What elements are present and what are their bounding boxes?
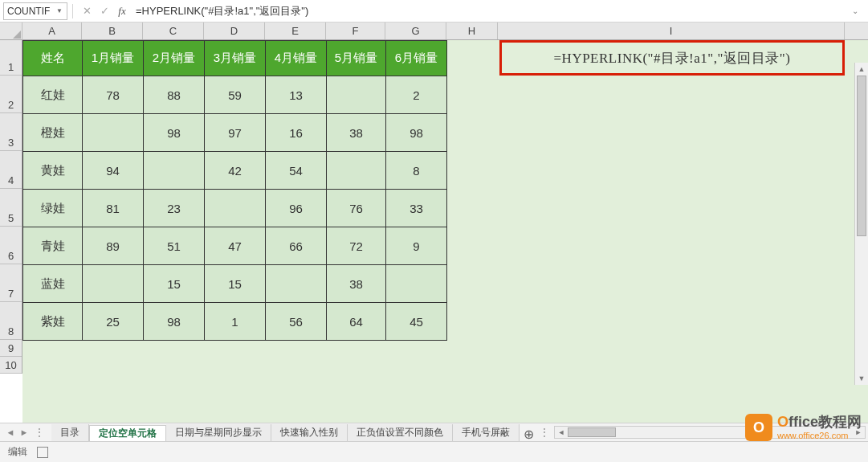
select-all-corner[interactable] bbox=[0, 22, 22, 40]
cell[interactable]: 94 bbox=[83, 152, 144, 190]
add-sheet-button[interactable]: ⊕ bbox=[520, 427, 537, 442]
col-header-d[interactable]: D bbox=[204, 22, 265, 39]
cell[interactable]: 45 bbox=[386, 303, 447, 341]
cell[interactable]: 54 bbox=[266, 152, 327, 190]
cell[interactable]: 47 bbox=[205, 227, 266, 265]
cancel-button[interactable]: ✕ bbox=[78, 2, 96, 20]
cell[interactable]: 98 bbox=[386, 114, 447, 152]
cell[interactable]: 78 bbox=[83, 76, 144, 114]
row-header-4[interactable]: 4 bbox=[0, 151, 22, 189]
cell[interactable]: 青娃 bbox=[23, 227, 83, 265]
col-header-e[interactable]: E bbox=[265, 22, 326, 39]
col-header-i[interactable]: I bbox=[498, 22, 845, 39]
cell[interactable]: 25 bbox=[83, 303, 144, 341]
sheet-tab[interactable]: 手机号屏蔽 bbox=[453, 424, 520, 442]
th-m3[interactable]: 3月销量 bbox=[205, 41, 266, 76]
cell[interactable]: 96 bbox=[266, 190, 327, 227]
name-box[interactable]: COUNTIF ▼ bbox=[3, 2, 67, 20]
cell[interactable] bbox=[327, 76, 386, 114]
cell[interactable]: 88 bbox=[144, 76, 205, 114]
cell[interactable]: 66 bbox=[266, 227, 327, 265]
cell[interactable]: 72 bbox=[327, 227, 386, 265]
row-header-2[interactable]: 2 bbox=[0, 76, 22, 113]
th-m2[interactable]: 2月销量 bbox=[144, 41, 205, 76]
cell[interactable]: 绿娃 bbox=[23, 190, 83, 227]
cell[interactable]: 8 bbox=[386, 152, 447, 190]
row-header-7[interactable]: 7 bbox=[0, 264, 22, 302]
th-m1[interactable]: 1月销量 bbox=[83, 41, 144, 76]
cell[interactable] bbox=[327, 152, 386, 190]
row-header-6[interactable]: 6 bbox=[0, 227, 22, 264]
sheet-tab[interactable]: 日期与星期同步显示 bbox=[166, 424, 271, 442]
col-header-g[interactable]: G bbox=[385, 22, 446, 39]
cell[interactable]: 15 bbox=[205, 265, 266, 303]
chevron-down-icon[interactable]: ▼ bbox=[55, 7, 63, 14]
scroll-down-icon[interactable]: ▼ bbox=[855, 372, 868, 385]
formula-input[interactable]: =HYPERLINK("#目录!a1","返回目录") bbox=[131, 2, 852, 20]
row-header-1[interactable]: 1 bbox=[0, 40, 22, 76]
cell[interactable]: 15 bbox=[144, 265, 205, 303]
sheet-tab[interactable]: 正负值设置不同颜色 bbox=[348, 424, 453, 442]
cell[interactable]: 紫娃 bbox=[23, 303, 83, 341]
tab-menu-icon[interactable]: ⋮ bbox=[32, 427, 47, 438]
cell[interactable] bbox=[83, 265, 144, 303]
cell[interactable]: 9 bbox=[386, 227, 447, 265]
cell[interactable]: 蓝娃 bbox=[23, 265, 83, 303]
cell[interactable] bbox=[386, 265, 447, 303]
th-name[interactable]: 姓名 bbox=[23, 41, 83, 76]
row-header-8[interactable]: 8 bbox=[0, 302, 22, 340]
tab-next-icon[interactable]: ► bbox=[18, 426, 30, 439]
cell[interactable]: 橙娃 bbox=[23, 114, 83, 152]
cell[interactable]: 76 bbox=[327, 190, 386, 227]
col-header-c[interactable]: C bbox=[143, 22, 204, 39]
cell[interactable]: 33 bbox=[386, 190, 447, 227]
hscroll-thumb[interactable] bbox=[568, 427, 616, 437]
fx-button[interactable]: fx bbox=[113, 2, 131, 20]
tab-prev-icon[interactable]: ◄ bbox=[5, 426, 16, 439]
vertical-scrollbar[interactable]: ▲ ▼ bbox=[854, 63, 868, 385]
cell[interactable]: 81 bbox=[83, 190, 144, 227]
expand-formula-icon[interactable]: ⌄ bbox=[852, 6, 868, 15]
th-m4[interactable]: 4月销量 bbox=[266, 41, 327, 76]
cell[interactable]: 97 bbox=[205, 114, 266, 152]
row-header-5[interactable]: 5 bbox=[0, 189, 22, 227]
cell[interactable]: 38 bbox=[327, 265, 386, 303]
cell[interactable]: 51 bbox=[144, 227, 205, 265]
cell[interactable]: 59 bbox=[205, 76, 266, 114]
col-header-a[interactable]: A bbox=[22, 22, 82, 39]
cell[interactable]: 89 bbox=[83, 227, 144, 265]
row-header-3[interactable]: 3 bbox=[0, 113, 22, 151]
cell[interactable]: 23 bbox=[144, 190, 205, 227]
th-m6[interactable]: 6月销量 bbox=[386, 41, 447, 76]
cell[interactable]: 56 bbox=[266, 303, 327, 341]
row-header-10[interactable]: 10 bbox=[0, 357, 22, 374]
cell[interactable]: 1 bbox=[205, 303, 266, 341]
cell[interactable]: 38 bbox=[327, 114, 386, 152]
sheet-tab[interactable]: 快速输入性别 bbox=[271, 424, 348, 442]
cell[interactable]: 98 bbox=[144, 303, 205, 341]
row-header-9[interactable]: 9 bbox=[0, 340, 22, 357]
cell[interactable]: 2 bbox=[386, 76, 447, 114]
cell[interactable]: 红娃 bbox=[23, 76, 83, 114]
cell[interactable] bbox=[266, 265, 327, 303]
cell[interactable]: 98 bbox=[144, 114, 205, 152]
col-header-f[interactable]: F bbox=[326, 22, 385, 39]
macro-record-icon[interactable] bbox=[37, 447, 48, 458]
vscroll-thumb[interactable] bbox=[857, 76, 866, 236]
sheet-tab-active[interactable]: 定位空单元格 bbox=[89, 425, 166, 443]
cell[interactable]: 13 bbox=[266, 76, 327, 114]
confirm-button[interactable]: ✓ bbox=[96, 2, 113, 20]
sheet-tab[interactable]: 目录 bbox=[51, 424, 89, 442]
cell[interactable]: 42 bbox=[205, 152, 266, 190]
cell[interactable]: 黄娃 bbox=[23, 152, 83, 190]
cell[interactable]: 16 bbox=[266, 114, 327, 152]
scroll-up-icon[interactable]: ▲ bbox=[855, 63, 868, 76]
cell[interactable] bbox=[144, 152, 205, 190]
col-header-h[interactable]: H bbox=[446, 22, 498, 39]
col-header-b[interactable]: B bbox=[82, 22, 143, 39]
cell[interactable]: 64 bbox=[327, 303, 386, 341]
cell[interactable] bbox=[205, 190, 266, 227]
cell[interactable] bbox=[83, 114, 144, 152]
th-m5[interactable]: 5月销量 bbox=[327, 41, 386, 76]
tab-split-icon[interactable]: ⋮ bbox=[537, 427, 552, 438]
